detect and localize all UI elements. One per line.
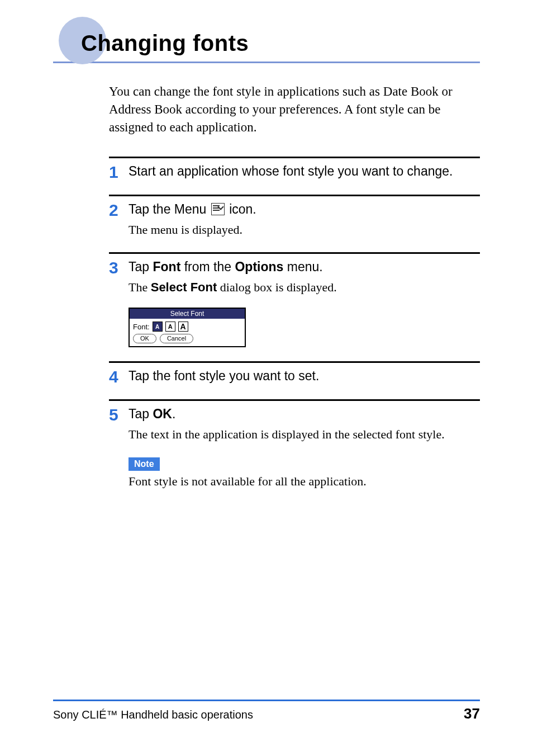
note-text: Font style is not available for all the … xyxy=(129,474,480,489)
intro-paragraph: You can change the font style in applica… xyxy=(109,83,472,137)
step-subtext: The Select Font dialog box is displayed. xyxy=(129,279,480,296)
font-size-option-small[interactable]: A xyxy=(153,322,163,332)
text-fragment: Tap xyxy=(129,407,153,421)
text-bold: OK xyxy=(153,407,172,421)
page-title: Changing fonts xyxy=(53,28,480,56)
page-footer: Sony CLIÉ™ Handheld basic operations 37 xyxy=(53,705,480,722)
footer-title: Sony CLIÉ™ Handheld basic operations xyxy=(53,708,253,721)
step-heading: Tap Font from the Options menu. xyxy=(129,258,480,276)
text-fragment: The xyxy=(129,280,151,294)
dialog-title: Select Font xyxy=(130,309,245,319)
step-subtext: The menu is displayed. xyxy=(129,221,480,239)
step-divider xyxy=(109,195,480,196)
text-bold: Font xyxy=(153,259,180,274)
step-divider xyxy=(109,361,480,363)
text-fragment: from the xyxy=(180,259,235,274)
menu-icon xyxy=(211,203,225,215)
step-3: 3 Tap Font from the Options menu. The Se… xyxy=(109,258,480,347)
step-4: 4 Tap the font style you want to set. xyxy=(109,367,480,385)
step-5: 5 Tap OK. The text in the application is… xyxy=(109,405,480,489)
step-heading: Tap OK. xyxy=(129,405,480,423)
page-header: Changing fonts xyxy=(53,28,480,63)
font-size-option-medium[interactable]: A xyxy=(165,322,175,332)
text-bold: Options xyxy=(235,259,283,274)
footer-rule xyxy=(53,700,480,701)
step-number: 1 xyxy=(109,163,129,181)
header-rule xyxy=(53,62,480,63)
step-number: 4 xyxy=(109,367,129,385)
step-divider xyxy=(109,399,480,401)
cancel-button[interactable]: Cancel xyxy=(160,334,193,343)
select-font-dialog-figure: Select Font Font: A A A OK Cancel xyxy=(129,308,480,347)
text-fragment: . xyxy=(172,407,175,421)
select-font-dialog: Select Font Font: A A A OK Cancel xyxy=(129,308,246,347)
text-fragment: icon. xyxy=(226,202,256,216)
text-fragment: Tap xyxy=(129,259,153,274)
step-number: 2 xyxy=(109,201,129,239)
step-heading: Tap the Menu icon. xyxy=(129,201,480,218)
step-heading: Start an application whose font style yo… xyxy=(129,163,480,180)
step-heading: Tap the font style you want to set. xyxy=(129,367,480,385)
text-fragment: Tap the Menu xyxy=(129,202,210,216)
step-subtext: The text in the application is displayed… xyxy=(129,426,480,443)
page-number: 37 xyxy=(464,705,480,722)
text-bold: Select Font xyxy=(151,280,217,294)
step-number: 3 xyxy=(109,258,129,347)
note-label: Note xyxy=(129,457,160,471)
step-2: 2 Tap the Menu icon. The menu is display… xyxy=(109,201,480,239)
step-number: 5 xyxy=(109,405,129,489)
font-size-option-large[interactable]: A xyxy=(178,322,188,332)
step-divider xyxy=(109,157,480,158)
step-divider xyxy=(109,252,480,254)
ok-button[interactable]: OK xyxy=(133,334,156,343)
text-fragment: menu. xyxy=(283,259,322,274)
text-fragment: dialog box is displayed. xyxy=(217,280,336,294)
step-1: 1 Start an application whose font style … xyxy=(109,163,480,181)
dialog-font-label: Font: xyxy=(133,323,150,331)
